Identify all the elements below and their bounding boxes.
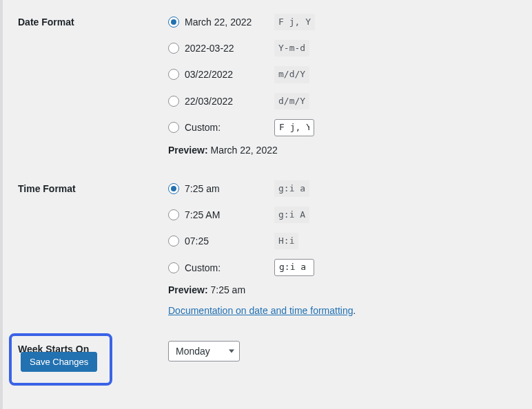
date-format-label: Date Format xyxy=(18,14,168,28)
date-format-row: Date Format March 22, 2022 F j, Y 2022-0… xyxy=(18,14,518,156)
radio-icon[interactable] xyxy=(168,17,179,28)
date-option-label: 2022-03-22 xyxy=(185,43,274,54)
date-option-label: 22/03/2022 xyxy=(185,96,274,107)
time-preview-value: 7:25 am xyxy=(210,284,245,295)
date-option-code: Y-m-d xyxy=(274,40,309,56)
week-start-select-wrap: Monday xyxy=(168,341,240,361)
time-option-code: H:i xyxy=(274,233,298,249)
date-option-code: F j, Y xyxy=(274,14,315,30)
radio-icon[interactable] xyxy=(168,96,179,107)
settings-page: Date Format March 22, 2022 F j, Y 2022-0… xyxy=(0,0,532,409)
date-option-1[interactable]: 2022-03-22 Y-m-d xyxy=(168,40,518,56)
date-preview-label: Preview: xyxy=(168,145,208,156)
date-option-label: 03/22/2022 xyxy=(185,69,274,80)
week-start-select[interactable]: Monday xyxy=(168,341,240,361)
radio-icon[interactable] xyxy=(168,183,179,194)
time-option-code: g:i A xyxy=(274,207,309,223)
date-preview: Preview: March 22, 2022 xyxy=(168,145,518,156)
radio-icon[interactable] xyxy=(168,122,179,133)
time-custom-input[interactable] xyxy=(274,259,314,276)
date-option-label: March 22, 2022 xyxy=(185,17,274,28)
time-option-0[interactable]: 7:25 am g:i a xyxy=(168,180,518,197)
time-format-row: Time Format 7:25 am g:i a 7:25 AM g:i A … xyxy=(18,180,518,316)
radio-icon[interactable] xyxy=(168,209,179,220)
radio-icon[interactable] xyxy=(168,262,179,273)
time-format-fields: 7:25 am g:i a 7:25 AM g:i A 07:25 H:i Cu… xyxy=(168,180,518,316)
radio-icon[interactable] xyxy=(168,69,179,80)
date-option-2[interactable]: 03/22/2022 m/d/Y xyxy=(168,66,518,83)
time-preview: Preview: 7:25 am xyxy=(168,284,518,295)
docs-link-text: Documentation on date and time formattin… xyxy=(168,305,354,316)
docs-link[interactable]: Documentation on date and time formattin… xyxy=(168,305,354,316)
time-option-label: 7:25 am xyxy=(185,183,274,194)
time-option-label: 07:25 xyxy=(185,235,274,247)
docs-link-period: . xyxy=(354,306,356,316)
time-option-label: 7:25 AM xyxy=(185,209,274,220)
time-option-code: g:i a xyxy=(274,180,309,197)
date-option-code: m/d/Y xyxy=(274,66,309,83)
date-preview-value: March 22, 2022 xyxy=(210,145,277,156)
time-preview-label: Preview: xyxy=(168,284,208,295)
date-option-code: d/m/Y xyxy=(274,93,309,109)
week-start-field: Monday xyxy=(168,341,518,361)
date-option-0[interactable]: March 22, 2022 F j, Y xyxy=(168,14,518,30)
date-custom-label: Custom: xyxy=(185,122,274,133)
time-option-2[interactable]: 07:25 H:i xyxy=(168,233,518,249)
radio-icon[interactable] xyxy=(168,235,179,247)
time-custom-label: Custom: xyxy=(185,262,274,273)
date-option-3[interactable]: 22/03/2022 d/m/Y xyxy=(168,93,518,109)
form-content: Date Format March 22, 2022 F j, Y 2022-0… xyxy=(3,0,532,361)
time-option-custom[interactable]: Custom: xyxy=(168,259,518,276)
date-option-custom[interactable]: Custom: xyxy=(168,119,518,136)
save-button[interactable]: Save Changes xyxy=(21,352,97,372)
date-format-fields: March 22, 2022 F j, Y 2022-03-22 Y-m-d 0… xyxy=(168,14,518,156)
time-format-label: Time Format xyxy=(18,180,168,194)
radio-icon[interactable] xyxy=(168,43,179,54)
date-custom-input[interactable] xyxy=(274,119,314,136)
time-option-1[interactable]: 7:25 AM g:i A xyxy=(168,207,518,223)
